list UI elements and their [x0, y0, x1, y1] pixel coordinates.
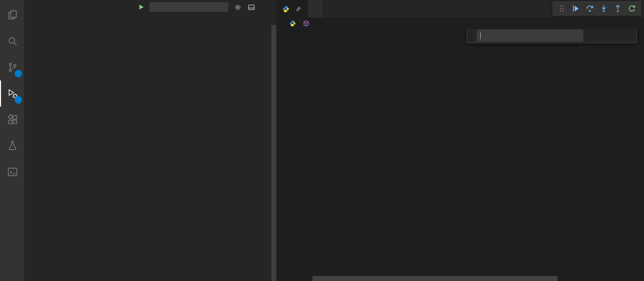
more-actions-icon[interactable] [260, 3, 269, 12]
terminal-icon [7, 166, 19, 178]
activity-search[interactable] [0, 28, 24, 54]
debug-controls-toolbar [553, 2, 641, 16]
horizontal-scrollbar[interactable] [312, 276, 644, 281]
breadcrumb [276, 18, 644, 29]
activity-terminal[interactable] [0, 159, 24, 185]
match-case-icon[interactable] [551, 31, 561, 40]
text-cursor [480, 32, 481, 39]
restart-button[interactable] [626, 3, 638, 15]
python-icon [282, 6, 289, 13]
regex-icon[interactable] [572, 31, 582, 40]
toggle-replace-icon[interactable] [467, 29, 474, 43]
play-icon [138, 4, 145, 11]
symbol-method-icon [303, 20, 309, 27]
debug-badge [15, 96, 22, 104]
close-icon[interactable] [624, 30, 634, 41]
step-out-button[interactable] [612, 3, 624, 15]
scm-badge [15, 70, 22, 77]
files-icon [7, 9, 19, 21]
tab-bar [276, 0, 644, 18]
run-sidebar [24, 0, 276, 281]
find-in-selection-icon[interactable] [613, 30, 624, 41]
search-icon [7, 35, 19, 47]
activity-explorer[interactable] [0, 2, 24, 28]
find-widget [467, 29, 637, 43]
whole-word-icon[interactable] [562, 31, 571, 40]
sidebar-header [24, 0, 276, 14]
activity-bar [0, 0, 24, 281]
start-debugging-button[interactable] [138, 4, 145, 11]
variables-tree [24, 25, 271, 281]
editor-group [276, 0, 644, 281]
activity-source-control[interactable] [0, 54, 24, 80]
debug-config-dropdown[interactable] [149, 2, 229, 12]
activity-run-debug[interactable] [0, 80, 24, 107]
find-previous-icon[interactable] [592, 30, 603, 41]
gear-icon[interactable] [233, 3, 242, 12]
tab-allappinfo-json[interactable] [308, 0, 324, 18]
vscode-window [0, 0, 644, 281]
scrollbar-thumb[interactable] [312, 276, 558, 281]
code-area [276, 29, 644, 281]
python-icon [289, 20, 296, 27]
step-over-button[interactable] [584, 3, 596, 15]
pin-icon[interactable] [295, 6, 301, 12]
breadcrumb-symbol[interactable] [303, 20, 311, 27]
continue-button[interactable] [570, 3, 582, 15]
find-input[interactable] [477, 30, 583, 42]
beaker-icon [7, 140, 19, 152]
activity-extensions[interactable] [0, 107, 24, 133]
debug-console-icon[interactable] [247, 3, 256, 12]
sidebar-scrollbar[interactable] [271, 25, 276, 281]
drag-handle-icon[interactable] [556, 3, 568, 15]
extensions-icon [7, 114, 19, 126]
debug-toolbar-sidebar [138, 2, 269, 12]
variables-section-header[interactable] [24, 14, 276, 25]
breadcrumb-file[interactable] [289, 20, 298, 27]
tab-autosearchgame-vivogame-py[interactable] [276, 0, 308, 18]
step-into-button[interactable] [598, 3, 610, 15]
activity-testing[interactable] [0, 133, 24, 159]
find-options [551, 31, 582, 40]
find-next-icon[interactable] [603, 30, 613, 41]
